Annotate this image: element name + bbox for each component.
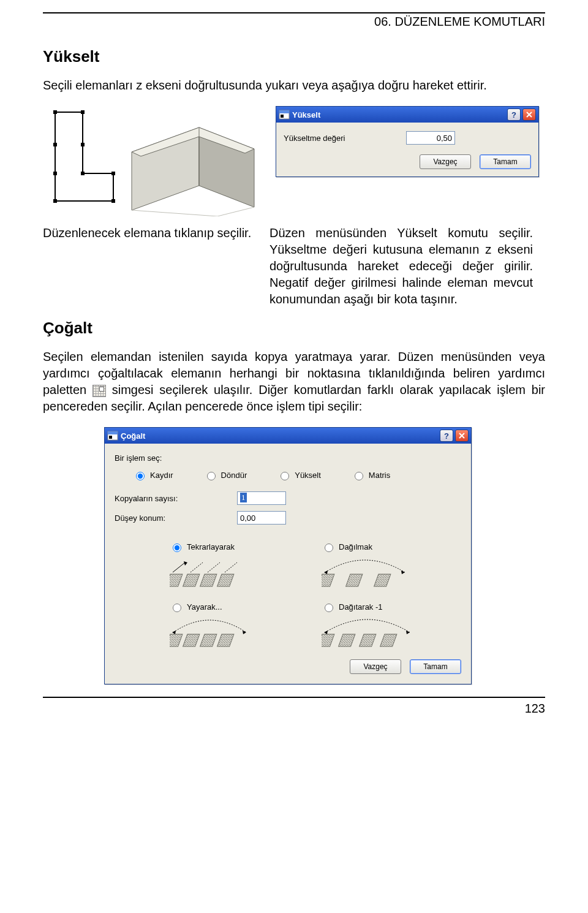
dialog-yukselt-title: Yükselt <box>292 110 320 119</box>
close-icon <box>458 432 466 439</box>
svg-rect-4 <box>53 172 57 175</box>
svg-rect-28 <box>170 634 183 646</box>
radio-yukselt-input[interactable] <box>281 472 289 480</box>
yukselt-figure-left <box>43 106 263 219</box>
section-yukselt-title: Yükselt <box>43 47 545 66</box>
close-button[interactable] <box>522 108 536 121</box>
svg-rect-26 <box>346 574 363 586</box>
svg-rect-35 <box>380 634 397 646</box>
wall-3d-illustration <box>43 106 263 216</box>
close-button[interactable] <box>455 430 469 442</box>
radio-dagitarak-input[interactable] <box>325 604 333 612</box>
help-button[interactable]: ? <box>440 430 453 442</box>
svg-rect-3 <box>81 143 85 146</box>
yukselt-cancel-button[interactable]: Vazgeç <box>420 154 471 169</box>
svg-rect-0 <box>53 110 57 114</box>
caption-right: Düzen menüsünden Yükselt komutu seçilir.… <box>270 225 533 308</box>
svg-rect-24 <box>217 574 234 586</box>
dagitarak-illustration <box>322 616 432 650</box>
header-title: 06. DÜZENLEME KOMUTLARI <box>43 15 545 29</box>
svg-line-13 <box>132 210 217 216</box>
svg-rect-27 <box>374 574 391 586</box>
copies-value: 1 <box>240 493 247 502</box>
radio-dondur[interactable]: Döndür <box>204 470 247 480</box>
radio-yukselt-label: Yükselt <box>295 471 321 480</box>
svg-rect-7 <box>53 199 57 203</box>
svg-rect-5 <box>81 172 85 175</box>
svg-line-14 <box>217 207 254 216</box>
copies-input[interactable]: 1 <box>237 491 286 505</box>
caption-left: Düzenlenecek elemana tıklanıp seçilir. <box>43 225 270 308</box>
radio-yayarak-input[interactable] <box>173 604 181 612</box>
radio-kaydir-label: Kaydır <box>150 471 173 480</box>
svg-rect-20 <box>109 436 112 439</box>
radio-dondur-label: Döndür <box>221 471 247 480</box>
svg-rect-32 <box>322 634 334 646</box>
tekrarlayarak-illustration <box>170 556 280 589</box>
radio-kaydir[interactable]: Kaydır <box>133 470 173 480</box>
svg-rect-17 <box>281 115 284 118</box>
header-divider <box>43 12 545 13</box>
yukselt-ok-button[interactable]: Tamam <box>480 154 531 169</box>
svg-rect-30 <box>200 634 217 646</box>
svg-rect-25 <box>322 574 334 586</box>
app-icon <box>279 109 290 120</box>
radio-tekrarlayarak-label: Tekrarlayarak <box>187 542 235 551</box>
close-icon <box>526 111 533 118</box>
radio-dagitarak[interactable]: Dağıtarak -1 <box>322 602 449 612</box>
svg-rect-21 <box>170 574 183 586</box>
cogalt-para-b: simgesi seçilerek ulaşılır. Diğer komutl… <box>43 383 545 413</box>
palette-grid-icon <box>92 385 106 397</box>
dialog-cogalt-titlebar[interactable]: Çoğalt ? <box>105 428 471 444</box>
yukselt-intro: Seçili elemanları z ekseni doğrultusunda… <box>43 77 545 94</box>
radio-dagilmak-label: Dağılmak <box>339 542 372 551</box>
svg-rect-2 <box>53 143 57 146</box>
svg-rect-34 <box>360 634 376 646</box>
radio-dagilmak-input[interactable] <box>325 544 333 552</box>
dialog-yukselt-titlebar[interactable]: Yükselt ? <box>276 107 538 123</box>
svg-rect-1 <box>81 110 85 114</box>
radio-yukselt[interactable]: Yükselt <box>277 470 321 480</box>
svg-rect-22 <box>183 574 200 586</box>
yayarak-illustration <box>170 616 280 650</box>
dusey-label: Düşey konum: <box>115 513 237 523</box>
dialog-cogalt-title: Çoğalt <box>121 431 145 441</box>
radio-matris[interactable]: Matris <box>352 470 390 480</box>
app-icon <box>107 430 118 441</box>
yukseltme-degeri-label: Yükseltme değeri <box>284 134 406 143</box>
radio-matris-label: Matris <box>369 471 390 480</box>
svg-rect-6 <box>111 172 115 175</box>
cogalt-paragraph: Seçilen elemandan istenilen sayıda kopya… <box>43 349 545 415</box>
radio-dagitarak-label: Dağıtarak -1 <box>339 602 383 612</box>
yukseltme-degeri-input[interactable] <box>406 131 455 145</box>
footer-divider <box>43 697 545 698</box>
svg-rect-33 <box>339 634 355 646</box>
dialog-yukselt: Yükselt ? Yükseltme değeri Vazgeç Tamam <box>276 106 539 177</box>
svg-rect-23 <box>200 574 217 586</box>
radio-yayarak[interactable]: Yayarak... <box>170 602 297 612</box>
page-number: 123 <box>43 702 545 716</box>
dialog-cogalt: Çoğalt ? Bir işlem seç: Kaydır Döndür Yü… <box>104 427 472 684</box>
svg-rect-29 <box>183 634 200 646</box>
radio-yayarak-label: Yayarak... <box>187 602 222 612</box>
radio-tekrarlayarak-input[interactable] <box>173 544 181 552</box>
svg-rect-8 <box>111 199 115 203</box>
dusey-input[interactable] <box>237 511 286 525</box>
op-group-label: Bir işlem seç: <box>115 453 461 463</box>
radio-dondur-input[interactable] <box>207 472 216 480</box>
help-button[interactable]: ? <box>507 108 521 121</box>
radio-dagilmak[interactable]: Dağılmak <box>322 542 449 552</box>
svg-rect-19 <box>108 431 118 434</box>
radio-tekrarlayarak[interactable]: Tekrarlayarak <box>170 542 297 552</box>
radio-kaydir-input[interactable] <box>136 472 145 480</box>
cogalt-cancel-button[interactable]: Vazgeç <box>350 659 401 674</box>
section-cogalt-title: Çoğalt <box>43 319 545 338</box>
radio-matris-input[interactable] <box>355 472 363 480</box>
cogalt-ok-button[interactable]: Tamam <box>410 659 461 674</box>
dagilmak-illustration <box>322 556 432 589</box>
svg-rect-16 <box>279 110 289 113</box>
copies-label: Kopyaların sayısı: <box>115 494 237 503</box>
svg-rect-31 <box>217 634 234 646</box>
